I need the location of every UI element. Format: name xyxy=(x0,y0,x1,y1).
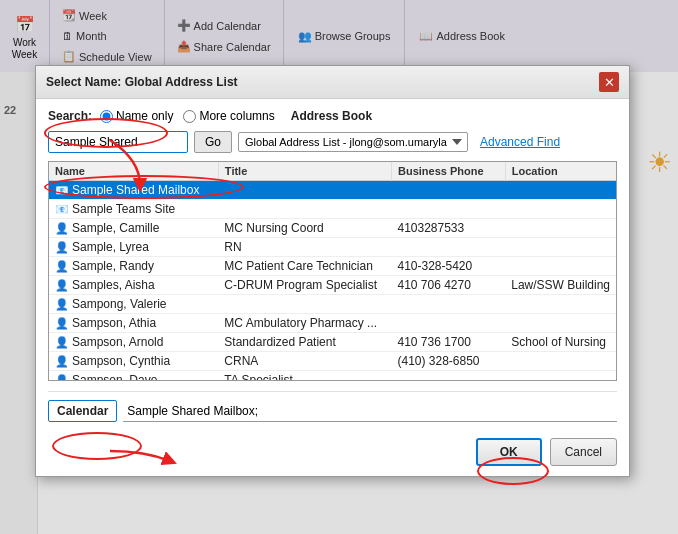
contact-title: CRNA xyxy=(218,352,391,371)
col-location: Location xyxy=(505,162,616,181)
contact-location xyxy=(505,219,616,238)
contact-location: Law/SSW Building xyxy=(505,276,616,295)
radio-more-columns[interactable]: More columns xyxy=(183,109,274,123)
table-row[interactable]: 👤Sampson, AthiaMC Ambulatory Pharmacy ..… xyxy=(49,314,616,333)
radio-more-columns-input[interactable] xyxy=(183,110,196,123)
go-button[interactable]: Go xyxy=(194,131,232,153)
contact-location xyxy=(505,371,616,381)
contact-location xyxy=(505,314,616,333)
contact-title: MC Ambulatory Pharmacy ... xyxy=(218,314,391,333)
contact-title: MC Patient Care Technician xyxy=(218,257,391,276)
col-phone: Business Phone xyxy=(391,162,505,181)
contact-title: C-DRUM Program Specialist xyxy=(218,276,391,295)
contact-phone: 410 706 4270 xyxy=(391,276,505,295)
contact-location: School of Nursing xyxy=(505,333,616,352)
col-title: Title xyxy=(218,162,391,181)
contact-phone xyxy=(391,371,505,381)
contact-title xyxy=(218,295,391,314)
bottom-field-label: Calendar xyxy=(48,400,117,422)
table-row[interactable]: 👤Sampson, CynthiaCRNA(410) 328-6850 xyxy=(49,352,616,371)
search-input-row: Go Global Address List - jlong@som.umary… xyxy=(48,131,617,153)
cancel-button[interactable]: Cancel xyxy=(550,438,617,466)
contact-location xyxy=(505,257,616,276)
address-book-dropdown[interactable]: Global Address List - jlong@som.umarylan… xyxy=(238,132,468,152)
modal-title: Select Name: Global Address List xyxy=(46,75,238,89)
contact-name: 👤Sampson, Dave xyxy=(49,371,218,381)
contact-phone xyxy=(391,200,505,219)
contact-title xyxy=(218,181,391,200)
contact-name: 📧Sample Teams Site xyxy=(49,200,218,219)
table-row[interactable]: 👤Sampson, ArnoldStandardized Patient410 … xyxy=(49,333,616,352)
search-label: Search: xyxy=(48,109,92,123)
contact-name: 👤Sample, Camille xyxy=(49,219,218,238)
table-row[interactable]: 👤Sampson, DaveTA Specialist xyxy=(49,371,616,381)
contacts-table-scroll[interactable]: Name Title Business Phone Location 📧Samp… xyxy=(49,162,616,380)
contacts-table: Name Title Business Phone Location 📧Samp… xyxy=(49,162,616,380)
contact-phone: 410 736 1700 xyxy=(391,333,505,352)
table-header-row: Name Title Business Phone Location xyxy=(49,162,616,181)
contact-location xyxy=(505,238,616,257)
contact-location xyxy=(505,352,616,371)
contact-name: 👤Sample, Randy xyxy=(49,257,218,276)
contact-name: 📧Sample Shared Mailbox xyxy=(49,181,218,200)
col-name: Name xyxy=(49,162,218,181)
contact-location xyxy=(505,200,616,219)
contact-name: 👤Sample, Lyrea xyxy=(49,238,218,257)
contact-location xyxy=(505,295,616,314)
contact-title: MC Nursing Coord xyxy=(218,219,391,238)
radio-name-only-input[interactable] xyxy=(100,110,113,123)
radio-name-only[interactable]: Name only xyxy=(100,109,173,123)
calendar-field-input[interactable] xyxy=(123,401,617,422)
table-row[interactable]: 📧Sample Teams Site xyxy=(49,200,616,219)
table-row[interactable]: 👤Sampong, Valerie xyxy=(49,295,616,314)
modal-close-button[interactable]: ✕ xyxy=(599,72,619,92)
contact-phone: 4103287533 xyxy=(391,219,505,238)
contact-title: RN xyxy=(218,238,391,257)
contact-phone xyxy=(391,314,505,333)
table-row[interactable]: 👤Samples, AishaC-DRUM Program Specialist… xyxy=(49,276,616,295)
contact-name: 👤Sampson, Athia xyxy=(49,314,218,333)
contact-name: 👤Sampson, Cynthia xyxy=(49,352,218,371)
radio-group: Name only More columns xyxy=(100,109,275,123)
contact-phone: 410-328-5420 xyxy=(391,257,505,276)
search-options-row: Search: Name only More columns Address B… xyxy=(48,109,617,123)
contact-phone xyxy=(391,181,505,200)
contact-name: 👤Sampong, Valerie xyxy=(49,295,218,314)
table-row[interactable]: 👤Sample, LyreaRN xyxy=(49,238,616,257)
search-input[interactable] xyxy=(48,131,188,153)
contact-title xyxy=(218,200,391,219)
modal-titlebar: Select Name: Global Address List ✕ xyxy=(36,66,629,99)
contact-phone xyxy=(391,238,505,257)
contact-title: Standardized Patient xyxy=(218,333,391,352)
ok-button[interactable]: OK xyxy=(476,438,542,466)
dialog-button-row: OK Cancel xyxy=(48,434,617,466)
contact-phone xyxy=(391,295,505,314)
contacts-table-container: Name Title Business Phone Location 📧Samp… xyxy=(48,161,617,381)
modal-body: Search: Name only More columns Address B… xyxy=(36,99,629,476)
contact-name: 👤Sampson, Arnold xyxy=(49,333,218,352)
table-row[interactable]: 👤Sample, RandyMC Patient Care Technician… xyxy=(49,257,616,276)
contact-phone: (410) 328-6850 xyxy=(391,352,505,371)
contact-name: 👤Samples, Aisha xyxy=(49,276,218,295)
table-row[interactable]: 👤Sample, CamilleMC Nursing Coord41032875… xyxy=(49,219,616,238)
bottom-field-row: Calendar xyxy=(48,391,617,422)
advanced-find-link[interactable]: Advanced Find xyxy=(480,135,560,149)
address-book-section-label: Address Book xyxy=(291,109,372,123)
select-name-dialog: Select Name: Global Address List ✕ Searc… xyxy=(35,65,630,477)
contact-location xyxy=(505,181,616,200)
contact-title: TA Specialist xyxy=(218,371,391,381)
table-row[interactable]: 📧Sample Shared Mailbox xyxy=(49,181,616,200)
